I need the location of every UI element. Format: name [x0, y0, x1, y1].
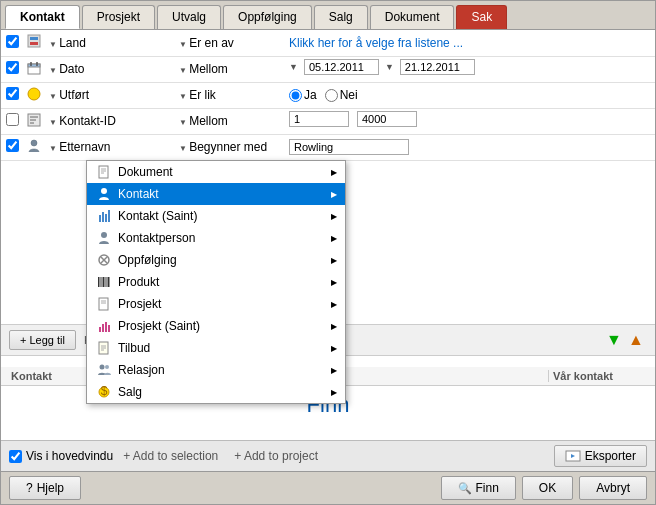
radio-group-utfort: Ja Nei — [289, 88, 651, 102]
tab-oppfolging[interactable]: Oppfølging — [223, 5, 312, 29]
calendar-icon — [27, 61, 41, 75]
people-icon — [95, 362, 113, 378]
menu-item-relasjon[interactable]: Relasjon ▶ — [87, 359, 345, 381]
vis-i-hovedvindu-label[interactable]: Vis i hovedvindu — [9, 449, 113, 463]
operator-utfort[interactable]: Er lik — [179, 88, 216, 102]
num-from-kontaktid[interactable] — [289, 111, 349, 127]
doc-icon — [95, 164, 113, 180]
tab-prosjekt[interactable]: Prosjekt — [82, 5, 155, 29]
svg-rect-36 — [105, 322, 107, 332]
svg-rect-4 — [28, 64, 40, 67]
contact-icon — [95, 186, 113, 202]
main-window: Kontakt Prosjekt Utvalg Oppfølging Salg … — [0, 0, 656, 505]
menu-item-produkt[interactable]: Produkt ▶ — [87, 271, 345, 293]
add-button[interactable]: + Legg til — [9, 330, 76, 350]
operator-land[interactable]: Er en av — [179, 36, 234, 50]
radio-nei-label[interactable]: Nei — [325, 88, 358, 102]
tab-utvalg[interactable]: Utvalg — [157, 5, 221, 29]
tab-sak[interactable]: Sak — [456, 5, 507, 29]
svg-rect-37 — [108, 325, 110, 332]
date-to-dato[interactable] — [400, 59, 475, 75]
menu-item-prosjekt[interactable]: Prosjekt ▶ — [87, 293, 345, 315]
person2-icon — [95, 230, 113, 246]
operator-kontaktid[interactable]: Mellom — [179, 114, 228, 128]
footer: ? Hjelp 🔍 Finn OK Avbryt — [1, 471, 655, 504]
help-button[interactable]: ? Hjelp — [9, 476, 81, 500]
sub-arrow-prosjekt: ▶ — [331, 300, 337, 309]
menu-item-tilbud[interactable]: Tilbud ▶ — [87, 337, 345, 359]
value-etternavn[interactable] — [289, 139, 409, 155]
svg-rect-26 — [98, 277, 100, 287]
sub-arrow-prosjekt-saint: ▶ — [331, 322, 337, 331]
bottom-toolbar: Vis i hovedvindu + Add to selection + Ad… — [1, 440, 655, 471]
id-icon — [27, 113, 41, 127]
svg-point-42 — [100, 365, 105, 370]
move-up-button[interactable]: ▲ — [625, 329, 647, 351]
menu-label-dokument: Dokument — [118, 165, 331, 179]
filter-row-utfort: Utført Er lik Ja Nei — [1, 82, 655, 108]
filter-row-kontaktid: Kontakt-ID Mellom — [1, 108, 655, 134]
barcode-icon — [95, 274, 113, 290]
num-to-kontaktid[interactable] — [357, 111, 417, 127]
field-etternavn[interactable]: Etternavn — [49, 140, 111, 154]
menu-item-dokument[interactable]: Dokument ▶ — [87, 161, 345, 183]
sub-arrow-kontakt-saint: ▶ — [331, 212, 337, 221]
operator-etternavn[interactable]: Begynner med — [179, 140, 267, 154]
svg-rect-35 — [102, 324, 104, 332]
sub-arrow-dokument: ▶ — [331, 168, 337, 177]
doc2-icon — [95, 296, 113, 312]
checkbox-utfort[interactable] — [6, 87, 19, 100]
svg-rect-19 — [102, 212, 104, 222]
radio-ja[interactable] — [289, 89, 302, 102]
sub-arrow-tilbud: ▶ — [331, 344, 337, 353]
person-icon — [27, 139, 41, 153]
field-land[interactable]: Land — [49, 36, 86, 50]
radio-ja-label[interactable]: Ja — [289, 88, 317, 102]
ok-button[interactable]: OK — [522, 476, 573, 500]
svg-rect-20 — [105, 214, 107, 222]
menu-item-prosjekt-saint[interactable]: Prosjekt (Saint) ▶ — [87, 315, 345, 337]
checkbox-dato[interactable] — [6, 61, 19, 74]
menu-item-kontakt[interactable]: Kontakt ▶ — [87, 183, 345, 205]
checkbox-land[interactable] — [6, 35, 19, 48]
tab-bar: Kontakt Prosjekt Utvalg Oppfølging Salg … — [1, 1, 655, 30]
add-to-project-button[interactable]: + Add to project — [228, 447, 324, 465]
add-to-selection-button[interactable]: + Add to selection — [117, 447, 224, 465]
value-land-link[interactable]: Klikk her for å velge fra listene ... — [289, 36, 463, 50]
menu-item-kontaktperson[interactable]: Kontaktperson ▶ — [87, 227, 345, 249]
field-dato[interactable]: Dato — [49, 62, 85, 76]
checkbox-etternavn[interactable] — [6, 139, 19, 152]
field-utfort[interactable]: Utført — [49, 88, 89, 102]
sub-arrow-salg: ▶ — [331, 388, 337, 397]
field-kontaktid[interactable]: Kontakt-ID — [49, 114, 116, 128]
export-label: Eksporter — [585, 449, 636, 463]
menu-item-oppfolging[interactable]: Oppfølging ▶ — [87, 249, 345, 271]
date-from-dato[interactable] — [304, 59, 379, 75]
tab-dokument[interactable]: Dokument — [370, 5, 455, 29]
menu-label-oppfolging: Oppfølging — [118, 253, 331, 267]
find-button[interactable]: 🔍 Finn — [441, 476, 516, 500]
move-down-button[interactable]: ▼ — [603, 329, 625, 351]
cancel-button[interactable]: Avbryt — [579, 476, 647, 500]
radio-nei[interactable] — [325, 89, 338, 102]
menu-label-tilbud: Tilbud — [118, 341, 331, 355]
svg-rect-21 — [108, 210, 110, 222]
checkbox-kontaktid[interactable] — [6, 113, 19, 126]
export-button[interactable]: Eksporter — [554, 445, 647, 467]
filter-table: Land Er en av Klikk her for å velge fra … — [1, 30, 655, 161]
tab-kontakt[interactable]: Kontakt — [5, 5, 80, 29]
menu-label-kontakt-saint: Kontakt (Saint) — [118, 209, 331, 223]
cancel-label: Avbryt — [596, 481, 630, 495]
menu-label-relasjon: Relasjon — [118, 363, 331, 377]
menu-item-kontakt-saint[interactable]: Kontakt (Saint) ▶ — [87, 205, 345, 227]
svg-point-7 — [28, 88, 40, 100]
svg-rect-2 — [30, 42, 38, 45]
vis-i-hovedvindu-text: Vis i hovedvindu — [26, 449, 113, 463]
vis-i-hovedvindu-checkbox[interactable] — [9, 450, 22, 463]
col-kontakt: Kontakt — [7, 370, 87, 382]
content-area: Land Er en av Klikk her for å velge fra … — [1, 30, 655, 471]
tab-salg[interactable]: Salg — [314, 5, 368, 29]
operator-dato[interactable]: Mellom — [179, 62, 228, 76]
menu-item-salg[interactable]: $ Salg ▶ — [87, 381, 345, 403]
svg-rect-28 — [103, 277, 105, 287]
